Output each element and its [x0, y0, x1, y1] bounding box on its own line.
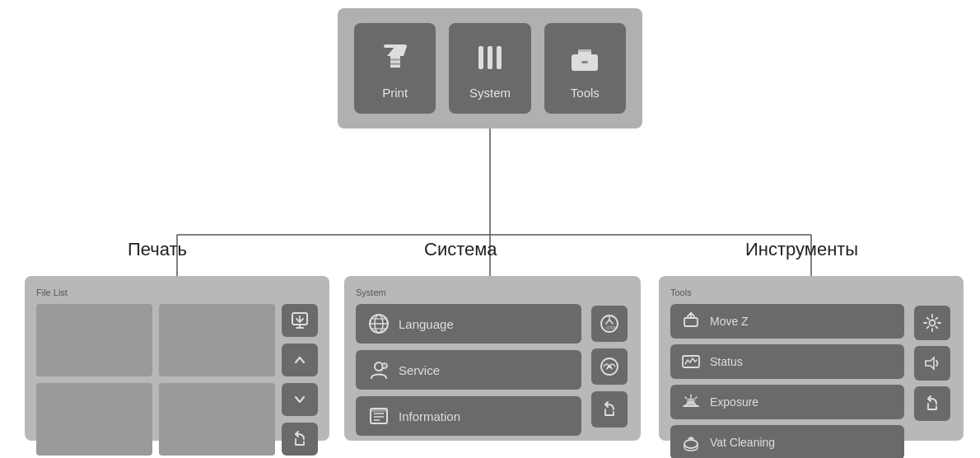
tools-content: Move Z Status — [670, 304, 952, 458]
files-back-button[interactable] — [282, 423, 318, 456]
sys-side: OTA — [590, 304, 629, 436]
service-button[interactable]: Service — [356, 350, 581, 390]
system-label: System — [469, 86, 511, 100]
volume-button[interactable] — [914, 346, 950, 381]
svg-rect-28 — [371, 409, 387, 412]
tools-label: Tools — [571, 86, 600, 100]
move-z-icon — [680, 311, 702, 332]
svg-point-39 — [930, 320, 936, 326]
svg-rect-9 — [478, 46, 483, 69]
svg-rect-11 — [497, 46, 502, 69]
tools-back-button[interactable] — [914, 386, 950, 421]
link-button[interactable] — [591, 348, 628, 385]
tools-panel: Tools Move Z — [659, 276, 964, 441]
svg-point-38 — [690, 437, 693, 440]
tools-panel-title: Tools — [670, 287, 952, 297]
service-icon — [367, 358, 390, 381]
information-button[interactable]: Information — [356, 396, 581, 436]
file-thumb-2[interactable] — [159, 304, 275, 376]
tools-ru-label: Инструменты — [745, 239, 858, 260]
up-button[interactable] — [282, 344, 318, 376]
files-actions — [282, 304, 318, 456]
file-list-title: File List — [36, 287, 318, 297]
import-button[interactable] — [282, 304, 318, 337]
move-z-label: Move Z — [710, 315, 749, 328]
exposure-label: Exposure — [710, 395, 758, 409]
svg-marker-40 — [926, 358, 934, 369]
vat-cleaning-button[interactable]: Vat Cleaning — [670, 425, 904, 458]
status-button[interactable]: Status — [670, 344, 904, 379]
vat-cleaning-icon — [680, 432, 702, 453]
print-ru-label: Печать — [128, 239, 187, 260]
system-back-button[interactable] — [591, 391, 628, 428]
system-panel: System Language — [344, 276, 641, 441]
service-label: Service — [399, 363, 440, 377]
tools-buttons: Move Z Status — [670, 304, 904, 458]
exposure-icon — [680, 391, 702, 413]
move-z-button[interactable]: Move Z — [670, 304, 904, 339]
svg-rect-15 — [581, 61, 588, 63]
file-thumb-4[interactable] — [159, 383, 275, 456]
status-icon — [680, 351, 702, 372]
ota-button[interactable]: OTA — [591, 306, 628, 342]
svg-text:OTA: OTA — [606, 325, 616, 330]
information-label: Information — [399, 409, 460, 423]
settings-button[interactable] — [914, 306, 950, 340]
files-content — [36, 304, 318, 456]
language-label: Language — [399, 317, 454, 331]
print-label: Print — [382, 86, 408, 100]
tools-button[interactable]: Tools — [544, 23, 626, 114]
system-button[interactable]: System — [449, 23, 530, 114]
tools-icon — [565, 38, 604, 77]
tools-side — [912, 304, 952, 458]
print-icon — [376, 38, 415, 77]
language-icon — [367, 312, 390, 335]
system-content: Language Service — [356, 304, 629, 436]
system-ru-label: Система — [424, 239, 497, 260]
svg-rect-33 — [684, 318, 698, 326]
files-grid — [36, 304, 275, 456]
svg-point-37 — [684, 440, 698, 448]
file-list-panel: File List — [25, 276, 329, 441]
svg-rect-7 — [390, 63, 400, 65]
system-panel-title: System — [356, 287, 629, 297]
file-thumb-1[interactable] — [36, 304, 152, 376]
language-button[interactable]: Language — [356, 304, 581, 344]
system-icon — [470, 38, 510, 77]
file-thumb-3[interactable] — [36, 383, 152, 456]
information-icon — [367, 404, 390, 428]
status-label: Status — [710, 355, 743, 368]
down-button[interactable] — [282, 383, 318, 416]
sys-buttons: Language Service — [356, 304, 581, 436]
svg-rect-10 — [488, 46, 492, 69]
svg-rect-8 — [390, 58, 400, 61]
vat-cleaning-label: Vat Cleaning — [710, 436, 775, 449]
svg-point-23 — [382, 363, 387, 368]
svg-rect-14 — [578, 49, 591, 52]
exposure-button[interactable]: Exposure — [670, 385, 904, 419]
top-menu: Print System Tools — [338, 8, 642, 129]
print-button[interactable]: Print — [354, 23, 436, 114]
